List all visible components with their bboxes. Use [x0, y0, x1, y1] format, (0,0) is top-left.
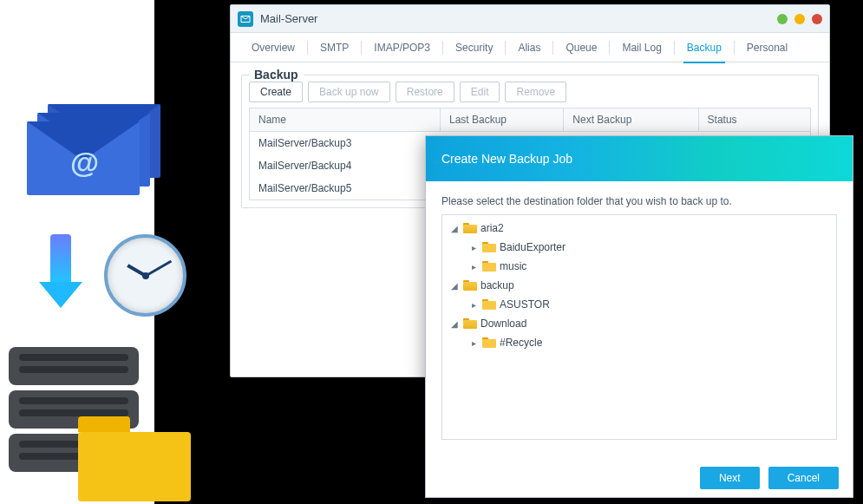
window-minimize-button[interactable]: [777, 14, 788, 24]
folder-icon: [482, 242, 496, 252]
col-last-backup[interactable]: Last Backup: [440, 108, 563, 132]
edit-button[interactable]: Edit: [460, 82, 500, 102]
tree-node[interactable]: ◢Download: [442, 314, 836, 333]
chevron-right-icon[interactable]: ▸: [468, 261, 479, 272]
cancel-button[interactable]: Cancel: [768, 467, 839, 489]
tab-queue[interactable]: Queue: [553, 33, 609, 62]
chevron-right-icon[interactable]: ▸: [468, 337, 479, 348]
tree-node-label: ASUSTOR: [500, 298, 550, 311]
clock-icon: [104, 234, 186, 317]
toolbar: Create Back up now Restore Edit Remove: [249, 82, 811, 102]
folder-icon: [482, 261, 496, 272]
chevron-right-icon[interactable]: ▸: [468, 299, 479, 310]
col-next-backup[interactable]: Next Backup: [564, 108, 698, 132]
tree-node[interactable]: ▸BaiduExporter: [442, 238, 836, 257]
tree-node[interactable]: ◢backup: [442, 276, 836, 295]
col-status[interactable]: Status: [698, 108, 810, 132]
restore-button[interactable]: Restore: [396, 82, 454, 102]
app-icon: [238, 11, 253, 27]
chevron-right-icon[interactable]: ▸: [468, 242, 479, 252]
cell-name: MailServer/Backup5: [250, 177, 441, 200]
chevron-down-icon[interactable]: ◢: [449, 318, 460, 329]
tab-overview[interactable]: Overview: [239, 33, 307, 62]
create-backup-modal: Create New Backup Job Please select the …: [425, 135, 853, 498]
arrow-down-icon: [39, 234, 82, 312]
side-illustrations: @: [0, 104, 199, 503]
titlebar[interactable]: Mail-Server: [231, 5, 829, 33]
chevron-down-icon[interactable]: ◢: [449, 280, 460, 291]
chevron-down-icon[interactable]: ◢: [449, 223, 460, 233]
modal-title: Create New Backup Job: [426, 136, 853, 181]
tree-node-label: #Recycle: [500, 337, 542, 349]
cell-name: MailServer/Backup4: [250, 154, 441, 177]
cell-name: MailServer/Backup3: [250, 132, 441, 155]
tree-node-label: Download: [481, 317, 526, 330]
tree-node-label: backup: [481, 279, 514, 291]
folder-icon: [463, 280, 477, 291]
window-maximize-button[interactable]: [794, 14, 805, 24]
tree-node-label: BaiduExporter: [500, 241, 566, 253]
tab-backup[interactable]: Backup: [675, 33, 734, 62]
col-name[interactable]: Name: [250, 108, 441, 132]
folder-icon: [482, 299, 496, 310]
mail-stack-icon: @: [22, 104, 165, 200]
folder-icon: [463, 318, 477, 329]
tree-node[interactable]: ▸ASUSTOR: [442, 295, 836, 314]
folder-icon: [482, 337, 496, 348]
tab-smtp[interactable]: SMTP: [308, 33, 361, 62]
tree-node[interactable]: ▸music: [442, 257, 836, 276]
next-button[interactable]: Next: [700, 467, 760, 489]
tree-node[interactable]: ▸#Recycle: [442, 333, 836, 352]
remove-button[interactable]: Remove: [505, 82, 566, 102]
tree-node[interactable]: ◢aria2: [442, 219, 836, 238]
tab-personal[interactable]: Personal: [735, 33, 800, 62]
folder-large-icon: [78, 416, 191, 503]
folder-icon: [463, 223, 477, 233]
backup-now-button[interactable]: Back up now: [308, 82, 390, 102]
tab-security[interactable]: Security: [443, 33, 505, 62]
tabs: OverviewSMTPIMAP/POP3SecurityAliasQueueM…: [231, 33, 829, 62]
section-title: Backup: [249, 68, 304, 82]
modal-instruction: Please select the destination folder tha…: [441, 195, 837, 207]
window-close-button[interactable]: [812, 14, 822, 24]
tree-node-label: music: [500, 260, 526, 272]
folder-tree[interactable]: ◢aria2▸BaiduExporter▸music◢backup▸ASUSTO…: [441, 214, 837, 440]
create-button[interactable]: Create: [249, 82, 303, 102]
tab-alias[interactable]: Alias: [506, 33, 552, 62]
tab-mail-log[interactable]: Mail Log: [610, 33, 673, 62]
tab-imap-pop3[interactable]: IMAP/POP3: [362, 33, 442, 62]
window-title: Mail-Server: [260, 12, 317, 25]
tree-node-label: aria2: [481, 222, 504, 234]
